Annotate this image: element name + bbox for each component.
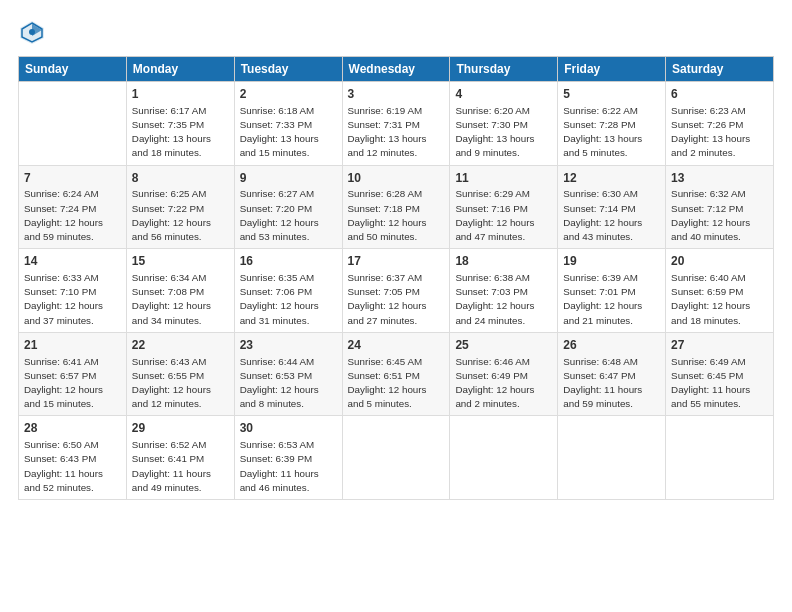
day-info: Sunrise: 6:23 AM Sunset: 7:26 PM Dayligh… <box>671 104 768 161</box>
weekday-header-friday: Friday <box>558 57 666 82</box>
day-number: 23 <box>240 337 337 354</box>
calendar-week-1: 1Sunrise: 6:17 AM Sunset: 7:35 PM Daylig… <box>19 82 774 166</box>
day-info: Sunrise: 6:17 AM Sunset: 7:35 PM Dayligh… <box>132 104 229 161</box>
calendar-cell: 25Sunrise: 6:46 AM Sunset: 6:49 PM Dayli… <box>450 332 558 416</box>
header-row <box>18 18 774 46</box>
day-info: Sunrise: 6:53 AM Sunset: 6:39 PM Dayligh… <box>240 438 337 495</box>
calendar-cell: 9Sunrise: 6:27 AM Sunset: 7:20 PM Daylig… <box>234 165 342 249</box>
day-info: Sunrise: 6:27 AM Sunset: 7:20 PM Dayligh… <box>240 187 337 244</box>
calendar-cell <box>342 416 450 500</box>
day-info: Sunrise: 6:25 AM Sunset: 7:22 PM Dayligh… <box>132 187 229 244</box>
calendar-cell: 30Sunrise: 6:53 AM Sunset: 6:39 PM Dayli… <box>234 416 342 500</box>
calendar-cell: 15Sunrise: 6:34 AM Sunset: 7:08 PM Dayli… <box>126 249 234 333</box>
weekday-header-thursday: Thursday <box>450 57 558 82</box>
day-info: Sunrise: 6:48 AM Sunset: 6:47 PM Dayligh… <box>563 355 660 412</box>
weekday-header-sunday: Sunday <box>19 57 127 82</box>
day-number: 7 <box>24 170 121 187</box>
day-info: Sunrise: 6:40 AM Sunset: 6:59 PM Dayligh… <box>671 271 768 328</box>
calendar-week-4: 21Sunrise: 6:41 AM Sunset: 6:57 PM Dayli… <box>19 332 774 416</box>
weekday-header-wednesday: Wednesday <box>342 57 450 82</box>
page-container: SundayMondayTuesdayWednesdayThursdayFrid… <box>0 0 792 510</box>
calendar-cell: 28Sunrise: 6:50 AM Sunset: 6:43 PM Dayli… <box>19 416 127 500</box>
day-info: Sunrise: 6:30 AM Sunset: 7:14 PM Dayligh… <box>563 187 660 244</box>
weekday-header-tuesday: Tuesday <box>234 57 342 82</box>
day-info: Sunrise: 6:35 AM Sunset: 7:06 PM Dayligh… <box>240 271 337 328</box>
day-info: Sunrise: 6:19 AM Sunset: 7:31 PM Dayligh… <box>348 104 445 161</box>
day-number: 12 <box>563 170 660 187</box>
day-number: 28 <box>24 420 121 437</box>
day-number: 4 <box>455 86 552 103</box>
day-number: 14 <box>24 253 121 270</box>
day-number: 21 <box>24 337 121 354</box>
day-number: 3 <box>348 86 445 103</box>
day-number: 24 <box>348 337 445 354</box>
day-info: Sunrise: 6:20 AM Sunset: 7:30 PM Dayligh… <box>455 104 552 161</box>
day-number: 29 <box>132 420 229 437</box>
calendar-cell: 29Sunrise: 6:52 AM Sunset: 6:41 PM Dayli… <box>126 416 234 500</box>
calendar-cell: 4Sunrise: 6:20 AM Sunset: 7:30 PM Daylig… <box>450 82 558 166</box>
day-info: Sunrise: 6:52 AM Sunset: 6:41 PM Dayligh… <box>132 438 229 495</box>
calendar-cell: 12Sunrise: 6:30 AM Sunset: 7:14 PM Dayli… <box>558 165 666 249</box>
weekday-header-monday: Monday <box>126 57 234 82</box>
calendar-cell: 6Sunrise: 6:23 AM Sunset: 7:26 PM Daylig… <box>666 82 774 166</box>
day-info: Sunrise: 6:32 AM Sunset: 7:12 PM Dayligh… <box>671 187 768 244</box>
calendar-cell <box>450 416 558 500</box>
calendar-cell <box>19 82 127 166</box>
day-number: 5 <box>563 86 660 103</box>
day-number: 8 <box>132 170 229 187</box>
calendar-cell: 19Sunrise: 6:39 AM Sunset: 7:01 PM Dayli… <box>558 249 666 333</box>
calendar-cell: 3Sunrise: 6:19 AM Sunset: 7:31 PM Daylig… <box>342 82 450 166</box>
day-info: Sunrise: 6:43 AM Sunset: 6:55 PM Dayligh… <box>132 355 229 412</box>
calendar-cell: 18Sunrise: 6:38 AM Sunset: 7:03 PM Dayli… <box>450 249 558 333</box>
logo <box>18 18 50 46</box>
calendar-cell: 14Sunrise: 6:33 AM Sunset: 7:10 PM Dayli… <box>19 249 127 333</box>
calendar-week-5: 28Sunrise: 6:50 AM Sunset: 6:43 PM Dayli… <box>19 416 774 500</box>
day-info: Sunrise: 6:38 AM Sunset: 7:03 PM Dayligh… <box>455 271 552 328</box>
day-info: Sunrise: 6:44 AM Sunset: 6:53 PM Dayligh… <box>240 355 337 412</box>
calendar-cell: 11Sunrise: 6:29 AM Sunset: 7:16 PM Dayli… <box>450 165 558 249</box>
calendar-week-3: 14Sunrise: 6:33 AM Sunset: 7:10 PM Dayli… <box>19 249 774 333</box>
day-info: Sunrise: 6:18 AM Sunset: 7:33 PM Dayligh… <box>240 104 337 161</box>
day-number: 27 <box>671 337 768 354</box>
calendar-cell <box>558 416 666 500</box>
calendar-cell: 20Sunrise: 6:40 AM Sunset: 6:59 PM Dayli… <box>666 249 774 333</box>
day-number: 30 <box>240 420 337 437</box>
calendar-cell: 21Sunrise: 6:41 AM Sunset: 6:57 PM Dayli… <box>19 332 127 416</box>
day-number: 20 <box>671 253 768 270</box>
day-number: 26 <box>563 337 660 354</box>
day-number: 18 <box>455 253 552 270</box>
calendar-cell: 2Sunrise: 6:18 AM Sunset: 7:33 PM Daylig… <box>234 82 342 166</box>
day-info: Sunrise: 6:50 AM Sunset: 6:43 PM Dayligh… <box>24 438 121 495</box>
calendar-cell <box>666 416 774 500</box>
calendar-cell: 1Sunrise: 6:17 AM Sunset: 7:35 PM Daylig… <box>126 82 234 166</box>
calendar-cell: 10Sunrise: 6:28 AM Sunset: 7:18 PM Dayli… <box>342 165 450 249</box>
day-number: 19 <box>563 253 660 270</box>
day-info: Sunrise: 6:33 AM Sunset: 7:10 PM Dayligh… <box>24 271 121 328</box>
day-info: Sunrise: 6:46 AM Sunset: 6:49 PM Dayligh… <box>455 355 552 412</box>
logo-icon <box>18 18 46 46</box>
day-number: 2 <box>240 86 337 103</box>
day-info: Sunrise: 6:34 AM Sunset: 7:08 PM Dayligh… <box>132 271 229 328</box>
calendar-cell: 16Sunrise: 6:35 AM Sunset: 7:06 PM Dayli… <box>234 249 342 333</box>
calendar-cell: 23Sunrise: 6:44 AM Sunset: 6:53 PM Dayli… <box>234 332 342 416</box>
calendar-table: SundayMondayTuesdayWednesdayThursdayFrid… <box>18 56 774 500</box>
day-number: 9 <box>240 170 337 187</box>
calendar-cell: 13Sunrise: 6:32 AM Sunset: 7:12 PM Dayli… <box>666 165 774 249</box>
calendar-cell: 24Sunrise: 6:45 AM Sunset: 6:51 PM Dayli… <box>342 332 450 416</box>
day-number: 11 <box>455 170 552 187</box>
calendar-cell: 26Sunrise: 6:48 AM Sunset: 6:47 PM Dayli… <box>558 332 666 416</box>
calendar-cell: 27Sunrise: 6:49 AM Sunset: 6:45 PM Dayli… <box>666 332 774 416</box>
weekday-header-saturday: Saturday <box>666 57 774 82</box>
weekday-header-row: SundayMondayTuesdayWednesdayThursdayFrid… <box>19 57 774 82</box>
calendar-cell: 17Sunrise: 6:37 AM Sunset: 7:05 PM Dayli… <box>342 249 450 333</box>
day-info: Sunrise: 6:49 AM Sunset: 6:45 PM Dayligh… <box>671 355 768 412</box>
calendar-week-2: 7Sunrise: 6:24 AM Sunset: 7:24 PM Daylig… <box>19 165 774 249</box>
day-number: 22 <box>132 337 229 354</box>
calendar-cell: 8Sunrise: 6:25 AM Sunset: 7:22 PM Daylig… <box>126 165 234 249</box>
day-info: Sunrise: 6:29 AM Sunset: 7:16 PM Dayligh… <box>455 187 552 244</box>
day-info: Sunrise: 6:37 AM Sunset: 7:05 PM Dayligh… <box>348 271 445 328</box>
calendar-cell: 7Sunrise: 6:24 AM Sunset: 7:24 PM Daylig… <box>19 165 127 249</box>
calendar-cell: 5Sunrise: 6:22 AM Sunset: 7:28 PM Daylig… <box>558 82 666 166</box>
day-number: 17 <box>348 253 445 270</box>
day-info: Sunrise: 6:45 AM Sunset: 6:51 PM Dayligh… <box>348 355 445 412</box>
